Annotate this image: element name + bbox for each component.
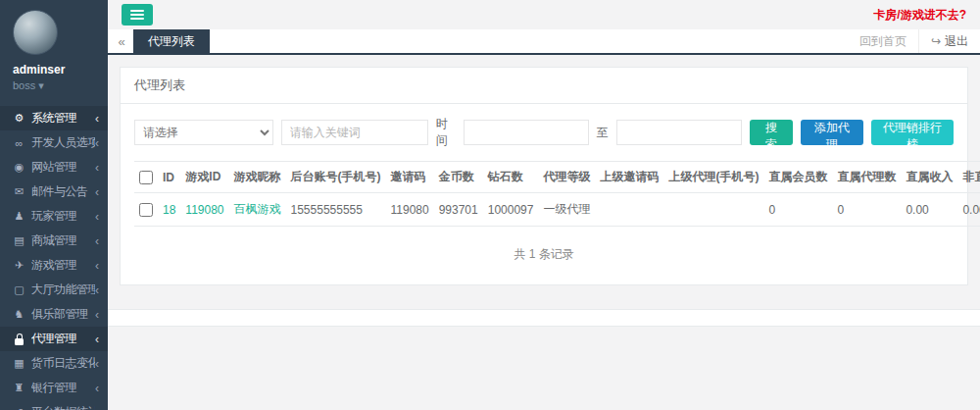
chevron-left-icon: ‹ bbox=[95, 210, 99, 224]
chevron-left-icon: ‹ bbox=[95, 112, 99, 126]
row-account: 15555555555 bbox=[286, 193, 386, 227]
sidebar-item-website-management[interactable]: ◉ 网站管理 ‹ bbox=[0, 155, 108, 179]
cart-icon: ▤ bbox=[12, 234, 26, 247]
logout-label: 退出 bbox=[945, 33, 968, 50]
row-id-link[interactable]: 18 bbox=[163, 203, 175, 217]
col-direct-agents: 直属代理数 bbox=[832, 162, 901, 193]
row-diamond: 1000097 bbox=[483, 193, 539, 227]
calendar-icon: ▦ bbox=[12, 357, 26, 370]
tab-agent-list[interactable]: 代理列表 bbox=[133, 29, 210, 53]
chevron-left-icon: ‹ bbox=[95, 136, 99, 150]
col-indirect-income: 非直属收入 bbox=[957, 162, 980, 193]
users-icon: ♞ bbox=[12, 308, 26, 321]
row-direct-members: 0 bbox=[763, 193, 832, 227]
chevron-left-icon: ‹ bbox=[95, 161, 99, 175]
col-gold: 金币数 bbox=[434, 162, 483, 193]
send-icon: ✈ bbox=[12, 259, 26, 272]
row-gold: 993701 bbox=[434, 193, 483, 227]
col-invite-code: 邀请码 bbox=[386, 162, 434, 193]
search-button[interactable]: 搜索 bbox=[750, 120, 793, 145]
time-label: 时间 bbox=[436, 116, 456, 149]
sidebar-item-platform-statistics[interactable]: ↗ 平台数据统计 ‹ bbox=[0, 400, 108, 410]
row-game-id-link[interactable]: 119080 bbox=[185, 203, 223, 217]
time-start-input[interactable] bbox=[464, 120, 589, 145]
col-account: 后台账号(手机号) bbox=[286, 162, 386, 193]
lock-icon bbox=[12, 333, 26, 345]
col-parent-agent: 上级代理(手机号) bbox=[663, 162, 763, 193]
row-checkbox[interactable] bbox=[139, 203, 153, 217]
table-header-row: ID 游戏ID 游戏昵称 后台账号(手机号) 邀请码 金币数 钻石数 代理等级 … bbox=[134, 162, 980, 193]
collapse-tabs-icon[interactable]: « bbox=[108, 29, 133, 53]
panel-body: 请选择 时间 至 搜索 添加代理 代理销排行榜 ID bbox=[121, 104, 967, 284]
chevron-left-icon: ‹ bbox=[95, 283, 99, 297]
user-icon: ♟ bbox=[12, 210, 26, 223]
sidebar-item-system-management[interactable]: ⚙ 系统管理 ‹ bbox=[0, 106, 108, 130]
agent-ranking-button[interactable]: 代理销排行榜 bbox=[871, 120, 954, 145]
avatar[interactable] bbox=[13, 10, 58, 55]
sidebar-item-game-management[interactable]: ✈ 游戏管理 ‹ bbox=[0, 253, 108, 278]
sidebar-item-player-management[interactable]: ♟ 玩家管理 ‹ bbox=[0, 204, 108, 229]
panel-title: 代理列表 bbox=[121, 68, 967, 104]
record-count: 共 1 条记录 bbox=[134, 227, 954, 284]
col-agent-level: 代理等级 bbox=[538, 162, 595, 193]
sidebar-item-agent-management[interactable]: 代理管理 ‹ bbox=[0, 327, 108, 351]
alert-link[interactable]: 卡房/游戏进不去? bbox=[873, 7, 966, 24]
filter-toolbar: 请选择 时间 至 搜索 添加代理 代理销排行榜 bbox=[134, 116, 954, 149]
tabbar-spacer bbox=[210, 29, 848, 53]
chevron-left-icon: ‹ bbox=[95, 333, 99, 346]
sidebar-item-lobby-function-management[interactable]: ▢ 大厅功能管理 ‹ bbox=[0, 278, 108, 302]
row-direct-income: 0.00 bbox=[901, 193, 957, 227]
back-to-home-link[interactable]: 回到首页 bbox=[848, 29, 919, 53]
row-parent-invite-code bbox=[595, 193, 663, 227]
bank-icon: ♜ bbox=[12, 382, 26, 394]
sidebar-item-club-management[interactable]: ♞ 俱乐部管理 ‹ bbox=[0, 302, 108, 327]
col-id: ID bbox=[158, 162, 180, 193]
table-row: 18 119080 百枫游戏 15555555555 119080 993701… bbox=[134, 193, 980, 227]
chevron-left-icon: ‹ bbox=[95, 406, 99, 410]
bell-icon: ✉ bbox=[12, 185, 26, 198]
time-end-input[interactable] bbox=[616, 120, 742, 145]
chart-icon: ↗ bbox=[12, 406, 26, 410]
select-all-checkbox[interactable] bbox=[139, 171, 153, 184]
user-role-dropdown[interactable]: boss ▾ bbox=[13, 79, 108, 92]
sidebar-item-mall-management[interactable]: ▤ 商城管理 ‹ bbox=[0, 229, 108, 253]
topbar: 卡房/游戏进不去? bbox=[108, 0, 980, 29]
keyword-input[interactable] bbox=[281, 120, 428, 145]
row-direct-agents: 0 bbox=[832, 193, 901, 227]
sign-out-icon: ↪ bbox=[931, 34, 941, 48]
user-name: adminser bbox=[13, 63, 108, 77]
logout-link[interactable]: ↪ 退出 bbox=[919, 29, 980, 53]
sidebar-item-developer-options[interactable]: ∞ 开发人员选项 ‹ bbox=[0, 130, 108, 155]
sidebar: adminser boss ▾ ⚙ 系统管理 ‹ ∞ 开发人员选项 ‹ ◉ 网站… bbox=[0, 0, 108, 410]
desktop-icon: ▢ bbox=[12, 283, 26, 296]
sidebar-item-currency-log-changes[interactable]: ▦ 货币日志变化 ‹ bbox=[0, 351, 108, 376]
to-label: 至 bbox=[597, 125, 609, 141]
page-footer bbox=[108, 309, 980, 327]
agent-table: ID 游戏ID 游戏昵称 后台账号(手机号) 邀请码 金币数 钻石数 代理等级 … bbox=[134, 161, 980, 227]
globe-icon: ◉ bbox=[12, 161, 26, 174]
chevron-left-icon: ‹ bbox=[95, 357, 99, 371]
col-diamond: 钻石数 bbox=[483, 162, 539, 193]
row-nickname-link[interactable]: 百枫游戏 bbox=[234, 202, 281, 216]
chevron-left-icon: ‹ bbox=[95, 382, 99, 395]
user-profile: adminser boss ▾ bbox=[0, 0, 108, 106]
row-parent-agent bbox=[663, 193, 763, 227]
col-game-id: 游戏ID bbox=[180, 162, 228, 193]
main-area: 卡房/游戏进不去? « 代理列表 回到首页 ↪ 退出 代理列表 请选择 时间 至 bbox=[108, 0, 980, 410]
add-agent-button[interactable]: 添加代理 bbox=[801, 120, 863, 145]
sidebar-nav: ⚙ 系统管理 ‹ ∞ 开发人员选项 ‹ ◉ 网站管理 ‹ ✉ 邮件与公告 ‹ ♟… bbox=[0, 106, 108, 410]
filter-type-select[interactable]: 请选择 bbox=[134, 120, 273, 145]
col-nickname: 游戏昵称 bbox=[229, 162, 286, 193]
agent-list-panel: 代理列表 请选择 时间 至 搜索 添加代理 代理销排行榜 bbox=[120, 67, 968, 285]
menu-toggle-button[interactable] bbox=[122, 4, 153, 26]
select-all-header bbox=[134, 162, 158, 193]
sidebar-item-bank-management[interactable]: ♜ 银行管理 ‹ bbox=[0, 376, 108, 400]
cogs-icon: ⚙ bbox=[12, 112, 26, 125]
sidebar-item-mail-announcements[interactable]: ✉ 邮件与公告 ‹ bbox=[0, 179, 108, 204]
col-direct-members: 直属会员数 bbox=[763, 162, 832, 193]
page-bottom-fill bbox=[108, 327, 980, 410]
link-icon: ∞ bbox=[12, 137, 26, 149]
row-agent-level: 一级代理 bbox=[538, 193, 595, 227]
row-indirect-income: 0.00 bbox=[957, 193, 980, 227]
tab-bar: « 代理列表 回到首页 ↪ 退出 bbox=[108, 29, 980, 55]
